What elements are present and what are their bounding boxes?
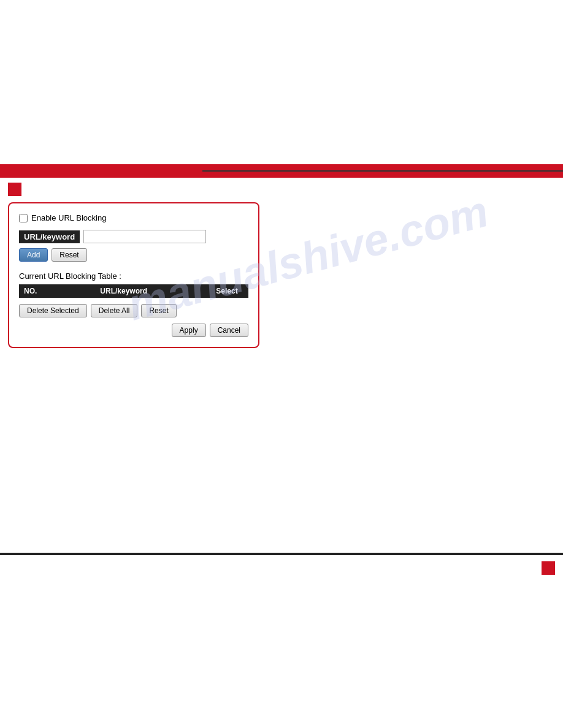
enable-url-blocking-row: Enable URL Blocking <box>19 213 248 222</box>
url-keyword-row: URL/keyword <box>19 230 248 243</box>
top-bar-accent <box>0 164 202 178</box>
apply-button[interactable]: Apply <box>172 324 206 337</box>
url-blocking-panel: Enable URL Blocking URL/keyword Add Rese… <box>8 202 259 348</box>
add-reset-row: Add Reset <box>19 248 248 262</box>
table-col-select: Select <box>205 284 248 298</box>
delete-selected-button[interactable]: Delete Selected <box>19 304 87 317</box>
table-col-url: URL/keyword <box>42 284 205 298</box>
url-blocking-table: NO. URL/keyword Select <box>19 284 248 298</box>
top-bar <box>0 164 563 178</box>
table-label: Current URL Blocking Table : <box>19 271 248 281</box>
cancel-button[interactable]: Cancel <box>210 324 248 337</box>
table-col-no: NO. <box>19 284 42 298</box>
delete-all-button[interactable]: Delete All <box>91 304 138 317</box>
enable-url-blocking-checkbox[interactable] <box>19 214 28 222</box>
top-bar-line <box>202 170 563 172</box>
reset-button-top[interactable]: Reset <box>52 248 86 262</box>
url-keyword-input[interactable] <box>83 230 206 243</box>
reset-button-bottom[interactable]: Reset <box>141 304 176 317</box>
bottom-bar <box>0 553 563 555</box>
red-square-bottom-indicator <box>542 561 555 575</box>
apply-cancel-row: Apply Cancel <box>19 324 248 337</box>
table-header-row: NO. URL/keyword Select <box>19 284 248 298</box>
url-keyword-label: URL/keyword <box>19 230 80 243</box>
add-button[interactable]: Add <box>19 248 48 262</box>
red-square-top-indicator <box>8 183 21 196</box>
enable-url-blocking-label: Enable URL Blocking <box>31 213 106 222</box>
delete-row: Delete Selected Delete All Reset <box>19 304 248 317</box>
